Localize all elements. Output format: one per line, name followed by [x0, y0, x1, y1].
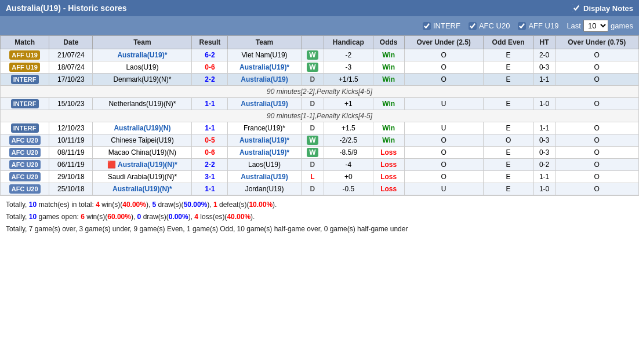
- team-away: Australia(U19): [228, 74, 301, 86]
- team-home: Saudi Arabia(U19)(N)*: [93, 171, 192, 183]
- last-games-select[interactable]: 10 5 15 20 25 30: [583, 20, 608, 32]
- afc-u20-checkbox[interactable]: [469, 22, 477, 30]
- table-row: INTERF17/10/23Denmark(U19)(N)*2-2Austral…: [1, 74, 639, 86]
- match-wdl: L: [301, 171, 324, 183]
- match-wdl: W: [301, 134, 324, 147]
- summary-line1: Totally, 10 match(es) in total: 4 win(s)…: [6, 199, 633, 210]
- handicap: -2: [324, 49, 373, 61]
- odd-even: E: [483, 183, 533, 195]
- over-under: U: [404, 183, 483, 195]
- match-wdl: D: [301, 74, 324, 86]
- over-under-075: O: [555, 183, 639, 195]
- half-time-score: 0-3: [533, 134, 555, 147]
- half-time-score: 1-0: [533, 183, 555, 195]
- over-under: O: [404, 49, 483, 61]
- over-under-075: O: [555, 159, 639, 171]
- table-row: AFC U2006/11/19🟥 Australia(U19)(N)*2-2La…: [1, 159, 639, 171]
- table-row: AFC U2008/11/19Macao China(U19)(N)0-6Aus…: [1, 147, 639, 159]
- odd-even: E: [483, 122, 533, 134]
- filter-bar: INTERF AFC U20 AFF U19 Last 10 5 15 20 2…: [0, 16, 639, 35]
- over-under: O: [404, 74, 483, 86]
- half-time-score: 1-0: [533, 98, 555, 110]
- odd-even: E: [483, 159, 533, 171]
- over-under-075: O: [555, 98, 639, 110]
- filter-aff-u19[interactable]: AFF U19: [518, 21, 558, 30]
- match-date: 08/11/19: [49, 147, 93, 159]
- team-away: Australia(U19): [228, 98, 301, 110]
- over-under-075: O: [555, 171, 639, 183]
- odds: Win: [373, 134, 404, 147]
- interf-checkbox[interactable]: [423, 22, 431, 30]
- aff-u19-checkbox[interactable]: [518, 22, 526, 30]
- match-wdl: W: [301, 49, 324, 61]
- handicap: -0.5: [324, 183, 373, 195]
- note-text: 90 minutes[2-2],Penalty Kicks[4-5]: [1, 86, 639, 98]
- odds: Loss: [373, 159, 404, 171]
- match-badge: AFC U20: [1, 171, 49, 183]
- over-under: O: [404, 159, 483, 171]
- half-time-score: 2-0: [533, 49, 555, 61]
- match-badge: AFC U20: [1, 183, 49, 195]
- team-away: Australia(U19)*: [228, 147, 301, 159]
- handicap: +1/1.5: [324, 74, 373, 86]
- team-home: 🟥 Australia(U19)(N)*: [93, 159, 192, 171]
- col-date: Date: [49, 36, 93, 49]
- filter-afc-u20[interactable]: AFC U20: [469, 21, 510, 30]
- last-games-filter: Last 10 5 15 20 25 30 games: [567, 20, 633, 32]
- over-under: O: [404, 171, 483, 183]
- odd-even: E: [483, 74, 533, 86]
- match-date: 29/10/18: [49, 171, 93, 183]
- note-row: 90 minutes[2-2],Penalty Kicks[4-5]: [1, 86, 639, 98]
- filter-interf[interactable]: INTERF: [423, 21, 460, 30]
- odds: Loss: [373, 183, 404, 195]
- odds: Loss: [373, 171, 404, 183]
- over-under: O: [404, 134, 483, 147]
- odds: Win: [373, 49, 404, 61]
- handicap: +0: [324, 171, 373, 183]
- match-badge: AFF U19: [1, 61, 49, 74]
- over-under-075: O: [555, 147, 639, 159]
- team-away: Australia(U19)*: [228, 134, 301, 147]
- team-home: Australia(U19)(N): [93, 122, 192, 134]
- table-row: INTERF12/10/23Australia(U19)(N)1-1France…: [1, 122, 639, 134]
- odd-even: E: [483, 147, 533, 159]
- handicap: -8.5/9: [324, 147, 373, 159]
- over-under: O: [404, 61, 483, 74]
- odds: Win: [373, 74, 404, 86]
- summary-line3: Totally, 7 game(s) over, 3 game(s) under…: [6, 224, 633, 235]
- team-home: Australia(U19)(N)*: [93, 183, 192, 195]
- match-wdl: D: [301, 98, 324, 110]
- team-away: France(U19)*: [228, 122, 301, 134]
- team-home: Macao China(U19)(N): [93, 147, 192, 159]
- match-date: 17/10/23: [49, 74, 93, 86]
- handicap: +1: [324, 98, 373, 110]
- match-wdl: D: [301, 183, 324, 195]
- match-badge: INTERF: [1, 98, 49, 110]
- note-row: 90 minutes[1-1],Penalty Kicks[4-5]: [1, 110, 639, 122]
- col-result: Result: [192, 36, 228, 49]
- display-notes-checkbox[interactable]: [572, 4, 580, 12]
- team-home: Netherlands(U19)(N)*: [93, 98, 192, 110]
- handicap: -2/2.5: [324, 134, 373, 147]
- over-under: U: [404, 98, 483, 110]
- header-bar: Australia(U19) - Historic scores Display…: [0, 0, 639, 16]
- half-time-score: 0-3: [533, 61, 555, 74]
- table-row: AFC U2010/11/19Chinese Taipei(U19)0-5Aus…: [1, 134, 639, 147]
- match-result: 3-1: [192, 171, 228, 183]
- odd-even: E: [483, 49, 533, 61]
- match-wdl: W: [301, 147, 324, 159]
- match-badge: AFC U20: [1, 134, 49, 147]
- match-result: 1-1: [192, 122, 228, 134]
- team-away: Australia(U19): [228, 171, 301, 183]
- team-away: Jordan(U19): [228, 183, 301, 195]
- col-team-away: Team: [228, 36, 301, 49]
- half-time-score: 0-2: [533, 159, 555, 171]
- aff-u19-label: AFF U19: [528, 21, 558, 30]
- interf-label: INTERF: [433, 21, 460, 30]
- odds: Win: [373, 122, 404, 134]
- match-badge: INTERF: [1, 122, 49, 134]
- odd-even: E: [483, 61, 533, 74]
- match-result: 2-2: [192, 159, 228, 171]
- team-home: Chinese Taipei(U19): [93, 134, 192, 147]
- col-handicap: Handicap: [324, 36, 373, 49]
